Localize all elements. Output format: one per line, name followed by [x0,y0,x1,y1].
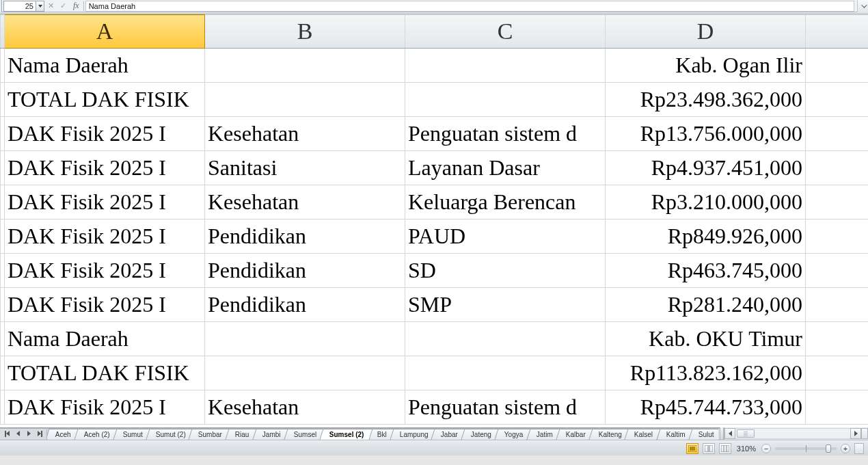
cell[interactable] [405,83,606,117]
table-row[interactable]: DAK Fisik 2025 IPendidikanSDRp463.745,00… [1,254,869,288]
cell[interactable] [806,254,869,288]
cell[interactable]: Layanan Dasar [405,151,606,185]
spreadsheet-grid[interactable]: A B C D Nama DaerahKab. Ogan IlirTOTAL D… [0,14,868,428]
cell[interactable]: Pendidikan [205,288,405,322]
tab-first-button[interactable] [3,429,11,438]
cell[interactable]: Nama Daerah [5,322,205,356]
cell[interactable] [806,390,869,425]
sheet-tab[interactable]: Sumut [113,429,151,440]
col-header-C[interactable]: C [405,15,606,49]
col-header-D[interactable]: D [606,15,806,49]
sheet-tab[interactable]: Sumsel [284,429,325,440]
sheet-tab[interactable]: Kaltim [656,429,694,440]
hsplit-box[interactable] [861,428,868,439]
cell[interactable] [405,322,606,356]
col-header-B[interactable]: B [205,15,405,49]
cell[interactable]: Kesehatan [205,390,405,425]
scroll-right-button[interactable] [850,428,861,439]
cell[interactable]: Rp3.210.000,000 [606,185,806,220]
table-row[interactable]: DAK Fisik 2025 IKesehatanPenguatan siste… [1,390,869,425]
gripper[interactable] [0,0,2,12]
cell[interactable]: DAK Fisik 2025 I [5,117,205,151]
scroll-left-button[interactable] [724,428,735,439]
zoom-level[interactable]: 310% [737,444,756,453]
resize-grip[interactable] [854,443,864,454]
cell[interactable]: DAK Fisik 2025 I [5,151,205,185]
cell[interactable] [806,220,869,254]
zoom-slider-thumb[interactable] [826,444,831,453]
tab-prev-button[interactable] [14,429,22,438]
sheet-tab[interactable]: Kalbar [556,429,594,440]
cell[interactable] [405,49,606,83]
cell[interactable]: Kab. Ogan Ilir [606,49,806,83]
cell[interactable]: Kab. OKU Timur [606,322,806,356]
table-row[interactable]: DAK Fisik 2025 IKesehatanKeluarga Berenc… [1,185,869,220]
cell[interactable]: Kesehatan [205,117,405,151]
cell[interactable]: Rp45.744.733,000 [606,390,806,425]
sheet-tab[interactable]: Aceh (2) [74,429,118,440]
table-row[interactable]: TOTAL DAK FISIKRp23.498.362,000 [1,83,869,117]
cell[interactable]: TOTAL DAK FISIK [5,356,205,390]
table-row[interactable]: DAK Fisik 2025 IPendidikanPAUDRp849.926,… [1,220,869,254]
scroll-track[interactable] [735,428,850,439]
cell[interactable]: Penguatan sistem d [405,390,606,425]
cell[interactable]: Keluarga Berencan [405,185,606,220]
cell[interactable]: SD [405,254,606,288]
table-row[interactable]: TOTAL DAK FISIKRp113.823.162,000 [1,356,869,390]
cell[interactable] [806,117,869,151]
name-box[interactable]: 25 [3,1,36,12]
cell[interactable] [205,83,405,117]
zoom-slider[interactable] [775,447,837,450]
cell[interactable] [806,83,869,117]
cell[interactable]: Rp113.823.162,000 [606,356,806,390]
view-page-break-button[interactable] [719,443,731,454]
cell[interactable]: Rp463.745,000 [606,254,806,288]
cell[interactable] [806,322,869,356]
view-normal-button[interactable] [686,443,699,454]
table-row[interactable]: DAK Fisik 2025 ISanitasiLayanan DasarRp4… [1,151,869,185]
cell[interactable]: DAK Fisik 2025 I [5,185,205,220]
table-row[interactable]: DAK Fisik 2025 IKesehatanPenguatan siste… [1,117,869,151]
cell[interactable]: Penguatan sistem d [405,117,606,151]
cell[interactable] [806,356,869,390]
cell[interactable]: DAK Fisik 2025 I [5,254,205,288]
cell[interactable]: DAK Fisik 2025 I [5,220,205,254]
horizontal-scrollbar[interactable] [724,427,868,440]
sheet-tab[interactable]: Sumsel (2) [319,429,372,440]
table-row[interactable]: Nama DaerahKab. OKU Timur [1,322,869,356]
sheet-tab[interactable]: Lampung [390,429,437,440]
table-row[interactable]: DAK Fisik 2025 IPendidikanSMPRp281.240,0… [1,288,869,322]
cell[interactable]: Rp4.937.451,000 [606,151,806,185]
cell[interactable]: TOTAL DAK FISIK [5,83,205,117]
cell[interactable] [405,356,606,390]
name-box-dropdown[interactable] [36,1,44,12]
formula-input[interactable]: Nama Daerah [85,1,854,12]
sheet-tab[interactable]: Sumbar [189,429,231,440]
cell[interactable]: DAK Fisik 2025 I [5,390,205,425]
cell[interactable] [205,49,405,83]
scroll-thumb[interactable] [737,429,755,438]
cell[interactable] [806,185,869,220]
cell[interactable]: PAUD [405,220,606,254]
cell[interactable]: Rp849.926,000 [606,220,806,254]
cell[interactable] [806,288,869,322]
cell[interactable] [205,356,405,390]
col-header-A[interactable]: A [5,15,205,49]
cell[interactable] [806,151,869,185]
cell[interactable]: Nama Daerah [5,49,205,83]
cell[interactable]: Pendidikan [205,220,405,254]
cell[interactable]: SMP [405,288,606,322]
expand-formula-bar[interactable] [857,0,868,12]
fx-icon[interactable]: fx [73,1,79,11]
cell[interactable]: Kesehatan [205,185,405,220]
sheet-tab[interactable]: Sulut [688,429,718,440]
cell[interactable]: Rp23.498.362,000 [606,83,806,117]
cell[interactable] [205,322,405,356]
cell[interactable]: DAK Fisik 2025 I [5,288,205,322]
view-page-layout-button[interactable] [703,443,715,454]
cell[interactable]: Pendidikan [205,254,405,288]
zoom-out-button[interactable]: − [761,444,771,453]
tab-next-button[interactable] [25,429,33,438]
sheet-tab[interactable]: Sumut (2) [146,429,194,440]
zoom-in-button[interactable]: + [841,444,850,453]
